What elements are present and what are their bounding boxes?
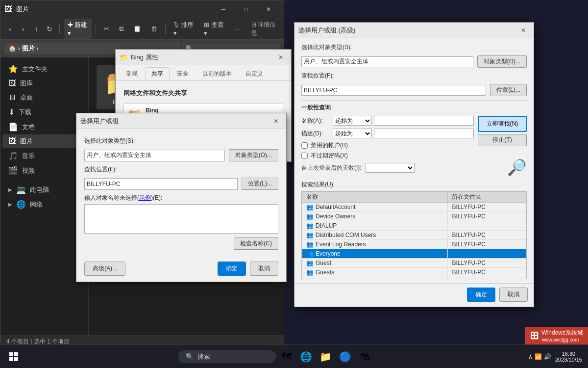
select-user-close[interactable]: ✕	[270, 115, 282, 128]
tab-previous-versions[interactable]: 以前的版本	[196, 67, 238, 80]
paste-button[interactable]: 📋	[129, 23, 145, 34]
adv-title: 选择用户或组 (高级)	[298, 26, 517, 35]
sidebar-item-videos[interactable]: 🎬 视频	[2, 163, 86, 178]
copy-button[interactable]: ⧉	[115, 23, 127, 35]
more-button[interactable]: ···	[230, 23, 244, 34]
name-condition-select[interactable]: 起始为	[333, 116, 372, 126]
tray-chevron[interactable]: ∧	[528, 353, 533, 360]
sort-button[interactable]: ⇅ 排序 ▾	[170, 19, 198, 39]
taskbar-search[interactable]: 🔍 搜索	[178, 350, 276, 363]
adv-cancel-btn[interactable]: 取消	[499, 288, 528, 302]
close-button[interactable]: ✕	[257, 0, 280, 18]
sidebar-item-documents[interactable]: 📄 文档	[2, 120, 86, 134]
tab-general[interactable]: 常规	[120, 67, 144, 80]
table-row[interactable]: 👥Event Log Readers BILLYFU-PC	[302, 240, 526, 249]
desc-condition-select[interactable]: 起始为	[333, 129, 372, 138]
view-button[interactable]: ⊞ 查看 ▾	[200, 19, 228, 39]
adv-type-label-row: 选择此对象类型(S):	[301, 43, 527, 52]
advanced-btn[interactable]: 高级(A)...	[84, 262, 125, 276]
sidebar-item-label: 此电脑	[30, 185, 49, 194]
home-icon: ⭐	[8, 64, 18, 74]
table-row[interactable]: 👥Guest BILLYFU-PC	[302, 259, 526, 268]
taskbar-explorer-icon[interactable]: 🗺	[278, 348, 295, 366]
sidebar-item-gallery[interactable]: 🖼 图库	[2, 77, 86, 90]
type-btn[interactable]: 对象类型(O)...	[229, 149, 278, 161]
tab-customize[interactable]: 自定义	[239, 67, 270, 80]
bing-props-close[interactable]: ✕	[274, 51, 287, 64]
svg-rect-1	[14, 352, 18, 356]
up-button[interactable]: ↑	[31, 22, 42, 36]
sidebar-item-network[interactable]: ▶ 🌐 网络	[2, 197, 86, 211]
result-name: 👥DIALUP	[302, 221, 448, 231]
tab-security[interactable]: 安全	[171, 67, 195, 80]
maximize-button[interactable]: □	[235, 0, 257, 18]
table-row[interactable]: 👥Everyone	[302, 249, 526, 259]
table-row[interactable]: 👥Distributed COM Users BILLYFU-PC	[302, 231, 526, 240]
days-select[interactable]	[366, 163, 415, 173]
taskbar-folder-icon[interactable]: 📁	[317, 348, 335, 366]
sidebar-item-label: 网络	[30, 200, 43, 209]
cut-button[interactable]: ✂	[100, 23, 113, 34]
new-button[interactable]: ✚ 新建 ▾	[64, 19, 92, 39]
check-btn-row: 检查名称(C)	[84, 237, 278, 250]
bing-props-tabs: 常规 共享 安全 以前的版本 自定义	[116, 65, 291, 81]
table-row[interactable]: 👥Guests BILLYFU-PC	[302, 268, 526, 277]
name-input[interactable]	[84, 204, 278, 234]
taskbar-store-icon[interactable]: 🛍	[356, 348, 374, 366]
tab-sharing[interactable]: 共享	[145, 67, 170, 80]
svg-rect-0	[9, 352, 13, 356]
taskbar-browser-icon[interactable]: 🌐	[297, 348, 315, 366]
sidebar-item-home[interactable]: ⭐ 主文件夹	[2, 62, 86, 76]
refresh-button[interactable]: ↻	[44, 22, 55, 36]
no-expire-pwd-checkbox[interactable]	[301, 153, 308, 159]
sidebar-item-this-pc[interactable]: ▶ 💻 此电脑	[2, 183, 86, 197]
disabled-accounts-checkbox[interactable]	[301, 142, 308, 149]
spinner: 🔎	[507, 158, 527, 177]
name-query-input[interactable]	[374, 116, 474, 126]
check-names-btn[interactable]: 检查名称(C)	[234, 237, 278, 250]
result-folder: BILLYFU-PC	[448, 240, 526, 249]
address-path-text: 🏠 › 图片 ›	[8, 44, 39, 53]
sidebar-item-music[interactable]: 🎵 音乐	[2, 149, 86, 163]
minimize-button[interactable]: ─	[212, 0, 235, 18]
sidebar-item-label: 图库	[20, 79, 33, 88]
system-clock[interactable]: 16:30 2023/10/15	[555, 351, 582, 363]
sidebar-item-desktop[interactable]: 🖥 桌面	[2, 91, 86, 105]
sidebar-item-downloads[interactable]: ⬇ 下载	[2, 105, 86, 119]
location-value: BILLYFU-PC	[84, 178, 238, 190]
start-button[interactable]	[4, 347, 24, 367]
adv-ok-btn[interactable]: 确定	[467, 288, 495, 302]
network-icon: 🌐	[16, 200, 26, 209]
select-advanced-dialog: 选择用户或组 (高级) ✕ 选择此对象类型(S): 用户、组或内置安全主体 对象…	[294, 22, 534, 307]
toolbar-sep3	[165, 24, 166, 34]
forward-button[interactable]: ›	[18, 22, 29, 36]
results-table: 名称 所在文件夹 👥DefaultAccount BILLYFU-PC 👥Dev…	[302, 191, 526, 279]
table-row[interactable]: 👥DIALUP	[302, 221, 526, 231]
sidebar-item-pictures[interactable]: 🖼 图片	[2, 134, 86, 148]
select-user-footer: 高级(A)... 确定 取消	[76, 258, 286, 282]
table-row[interactable]: 👥DefaultAccount BILLYFU-PC	[302, 203, 526, 212]
expand-icon: ▶	[8, 202, 12, 207]
details-button[interactable]: ⊟ 详细信息	[247, 19, 280, 39]
explorer-icon: 🖼	[4, 5, 12, 14]
search-now-btn[interactable]: 立即查找(N)	[478, 116, 527, 132]
adv-type-btn[interactable]: 对象类型(O)...	[477, 55, 527, 68]
back-button[interactable]: ‹	[4, 22, 16, 36]
table-row[interactable]: 👥Device Owners BILLYFU-PC	[302, 212, 526, 221]
name-query-row: 名称(A): 起始为	[301, 116, 474, 126]
adv-location-btn[interactable]: 位置(L)...	[490, 84, 527, 96]
results-scroll[interactable]: 名称 所在文件夹 👥DefaultAccount BILLYFU-PC 👥Dev…	[301, 191, 527, 279]
type-label: 选择此对象类型(S):	[84, 137, 135, 145]
taskbar-right: ∧ 📶 🔊 16:30 2023/10/15	[528, 351, 588, 363]
delete-button[interactable]: 🗑	[147, 23, 161, 34]
table-row[interactable]: 👥Hyper-V Administrators BILLYFU-PC	[302, 277, 526, 280]
sidebar-item-label: 主文件夹	[22, 65, 48, 74]
adv-close[interactable]: ✕	[517, 24, 530, 37]
desc-query-input[interactable]	[374, 129, 474, 138]
taskbar-edge-icon[interactable]: 🔵	[337, 348, 354, 366]
stop-btn[interactable]: 停止(T)	[478, 134, 527, 146]
select-user-ok[interactable]: 确定	[218, 262, 246, 276]
location-btn[interactable]: 位置(L)...	[242, 178, 278, 190]
example-link[interactable]: 示例	[139, 194, 151, 201]
select-user-cancel[interactable]: 取消	[250, 262, 278, 276]
